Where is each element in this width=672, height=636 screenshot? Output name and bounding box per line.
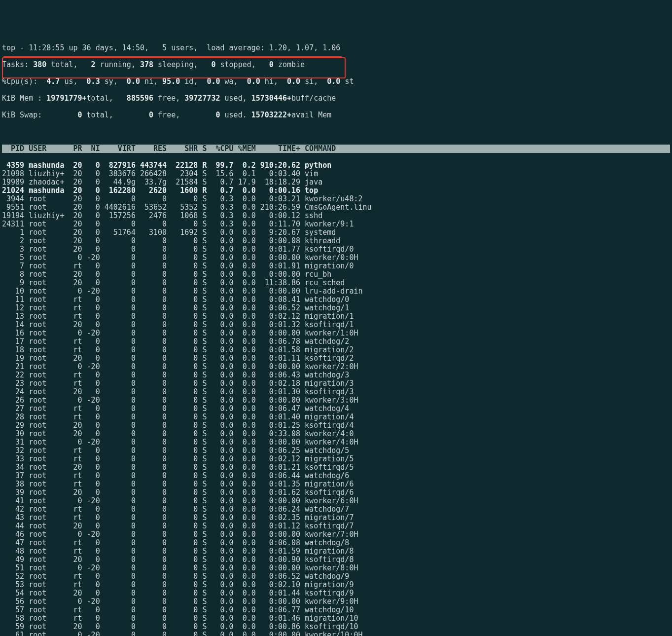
process-row: 19 root 20 0 0 0 0 S 0.0 0.0 0:01.11 kso… [2, 354, 670, 363]
process-row: 29 root 20 0 0 0 0 S 0.0 0.0 0:01.25 kso… [2, 421, 670, 430]
process-row: 14 root 20 0 0 0 0 S 0.0 0.0 0:01.32 kso… [2, 321, 670, 329]
process-row: 53 root rt 0 0 0 0 S 0.0 0.0 0:02.10 mig… [2, 581, 670, 589]
process-row: 32 root rt 0 0 0 0 S 0.0 0.0 0:06.25 wat… [2, 447, 670, 455]
process-row: 12 root rt 0 0 0 0 S 0.0 0.0 0:06.52 wat… [2, 304, 670, 312]
process-row: 44 root 20 0 0 0 0 S 0.0 0.0 0:01.12 kso… [2, 522, 670, 530]
process-row: 21 root 0 -20 0 0 0 S 0.0 0.0 0:00.00 kw… [2, 363, 670, 371]
process-row: 3944 root 20 0 0 0 0 S 0.3 0.0 0:03.21 k… [2, 195, 670, 203]
summary-line-cpu: %Cpu(s): 4.7 us, 0.3 sy, 0.0 ni, 95.0 id… [2, 77, 670, 86]
process-row: 8 root 20 0 0 0 0 S 0.0 0.0 0:00.00 rcu_… [2, 270, 670, 279]
process-row: 37 root rt 0 0 0 0 S 0.0 0.0 0:06.44 wat… [2, 472, 670, 480]
process-row: 28 root rt 0 0 0 0 S 0.0 0.0 0:01.40 mig… [2, 413, 670, 421]
process-row: 41 root 0 -20 0 0 0 S 0.0 0.0 0:00.00 kw… [2, 497, 670, 505]
process-row: 54 root 20 0 0 0 0 S 0.0 0.0 0:01.44 kso… [2, 589, 670, 598]
process-row: 19989 zhaodac+ 20 0 44.9g 33.7g 21584 S … [2, 178, 670, 187]
process-row: 13 root rt 0 0 0 0 S 0.0 0.0 0:02.12 mig… [2, 312, 670, 321]
process-row: 9551 root 20 0 4402616 53652 5352 S 0.3 … [2, 203, 670, 212]
process-row: 2 root 20 0 0 0 0 S 0.0 0.0 0:00.08 kthr… [2, 237, 670, 245]
process-row: 21098 liuzhiy+ 20 0 383676 266428 2304 S… [2, 170, 670, 178]
process-row: 58 root rt 0 0 0 0 S 0.0 0.0 0:01.46 mig… [2, 614, 670, 623]
process-row: 61 root 0 -20 0 0 0 S 0.0 0.0 0:00.00 kw… [2, 631, 670, 636]
summary-line-uptime: top - 11:28:55 up 36 days, 14:50, 5 user… [2, 44, 670, 52]
process-row: 17 root rt 0 0 0 0 S 0.0 0.0 0:06.78 wat… [2, 337, 670, 346]
process-row: 24 root 20 0 0 0 0 S 0.0 0.0 0:01.30 kso… [2, 388, 670, 396]
process-list: 4359 mashunda 20 0 827916 443744 22128 R… [2, 161, 670, 636]
process-row: 52 root rt 0 0 0 0 S 0.0 0.0 0:06.52 wat… [2, 572, 670, 581]
process-row: 22 root rt 0 0 0 0 S 0.0 0.0 0:06.43 wat… [2, 371, 670, 379]
process-row: 10 root 0 -20 0 0 0 S 0.0 0.0 0:00.00 lr… [2, 287, 670, 296]
annotation-strike-icon [3, 56, 342, 57]
process-row: 34 root 20 0 0 0 0 S 0.0 0.0 0:01.21 kso… [2, 463, 670, 472]
process-row: 19194 liuzhiy+ 20 0 157256 2476 1068 S 0… [2, 212, 670, 220]
column-headers: PID USER PR NI VIRT RES SHR S %CPU %MEM … [2, 145, 670, 153]
process-row: 16 root 0 -20 0 0 0 S 0.0 0.0 0:00.00 kw… [2, 329, 670, 337]
process-row: 49 root 20 0 0 0 0 S 0.0 0.0 0:00.90 kso… [2, 556, 670, 564]
process-row: 18 root rt 0 0 0 0 S 0.0 0.0 0:01.58 mig… [2, 346, 670, 354]
process-row: 1 root 20 0 51764 3100 1692 S 0.0 0.0 9:… [2, 228, 670, 237]
process-row: 3 root 20 0 0 0 0 S 0.0 0.0 0:01.77 ksof… [2, 245, 670, 254]
process-row: 33 root rt 0 0 0 0 S 0.0 0.0 0:02.12 mig… [2, 455, 670, 463]
blank-line [2, 128, 670, 136]
terminal-output[interactable]: top - 11:28:55 up 36 days, 14:50, 5 user… [2, 36, 670, 636]
process-row: 39 root 20 0 0 0 0 S 0.0 0.0 0:01.62 kso… [2, 488, 670, 497]
process-row: 30 root 20 0 0 0 0 S 0.0 0.0 0:33.08 kwo… [2, 430, 670, 438]
process-row: 27 root rt 0 0 0 0 S 0.0 0.0 0:06.47 wat… [2, 405, 670, 413]
process-row: 23 root rt 0 0 0 0 S 0.0 0.0 0:02.18 mig… [2, 379, 670, 388]
process-row: 47 root rt 0 0 0 0 S 0.0 0.0 0:06.08 wat… [2, 539, 670, 547]
process-row: 38 root rt 0 0 0 0 S 0.0 0.0 0:01.35 mig… [2, 480, 670, 488]
process-row: 42 root rt 0 0 0 0 S 0.0 0.0 0:06.24 wat… [2, 505, 670, 514]
process-row: 51 root 0 -20 0 0 0 S 0.0 0.0 0:00.00 kw… [2, 564, 670, 572]
process-row: 5 root 0 -20 0 0 0 S 0.0 0.0 0:00.00 kwo… [2, 254, 670, 262]
process-row: 26 root 0 -20 0 0 0 S 0.0 0.0 0:00.00 kw… [2, 396, 670, 405]
process-row: 11 root rt 0 0 0 0 S 0.0 0.0 0:08.41 wat… [2, 296, 670, 304]
process-row: 48 root rt 0 0 0 0 S 0.0 0.0 0:01.59 mig… [2, 547, 670, 556]
process-row: 56 root 0 -20 0 0 0 S 0.0 0.0 0:00.00 kw… [2, 598, 670, 606]
process-row: 4359 mashunda 20 0 827916 443744 22128 R… [2, 161, 670, 170]
process-row: 57 root rt 0 0 0 0 S 0.0 0.0 0:06.77 wat… [2, 606, 670, 614]
process-row: 59 root 20 0 0 0 0 S 0.0 0.0 0:00.86 kso… [2, 623, 670, 631]
process-row: 7 root rt 0 0 0 0 S 0.0 0.0 0:01.91 migr… [2, 262, 670, 270]
process-row: 46 root 0 -20 0 0 0 S 0.0 0.0 0:00.00 kw… [2, 530, 670, 539]
summary-line-tasks: Tasks: 380 total, 2 running, 378 sleepin… [2, 61, 670, 69]
process-row: 21024 mashunda 20 0 162280 2620 1600 R 0… [2, 187, 670, 195]
summary-line-swap: KiB Swap: 0 total, 0 free, 0 used. 15703… [2, 111, 670, 119]
process-row: 43 root rt 0 0 0 0 S 0.0 0.0 0:02.35 mig… [2, 514, 670, 522]
summary-line-mem: KiB Mem : 19791779+total, 885596 free, 3… [2, 94, 670, 103]
process-row: 9 root 20 0 0 0 0 S 0.0 0.0 11:38.86 rcu… [2, 279, 670, 287]
process-row: 31 root 0 -20 0 0 0 S 0.0 0.0 0:00.00 kw… [2, 438, 670, 447]
process-row: 24311 root 20 0 0 0 0 S 0.3 0.0 0:11.70 … [2, 220, 670, 228]
